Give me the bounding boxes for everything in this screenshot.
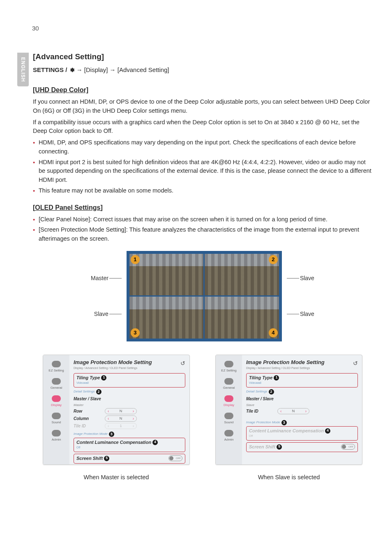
diagram-tile-4: 4 xyxy=(205,297,279,339)
gear-icon xyxy=(69,66,75,76)
sidebar-display-label: Display xyxy=(224,403,234,408)
admin-icon xyxy=(52,430,61,436)
sidebar-item-general[interactable]: General xyxy=(43,376,69,393)
general-icon xyxy=(224,378,233,385)
screen-shift-box[interactable]: Screen Shift 5 OFF xyxy=(74,454,185,464)
tile-id-value: 1 xyxy=(120,423,122,429)
tile-badge-4: 4 xyxy=(269,328,278,337)
sidebar-sound-label: Sound xyxy=(224,420,233,425)
oled-bullet-2: [Screen Protection Mode Setting]: This f… xyxy=(33,225,372,244)
screen-shift-toggle[interactable]: OFF xyxy=(168,455,182,461)
settings-path: SETTINGS / → [Display] → [Advanced Setti… xyxy=(33,65,372,76)
sidebar-item-admin[interactable]: Admin xyxy=(43,427,69,445)
callout-1: 1 xyxy=(101,375,106,381)
settings-panel-slave: EZ Setting General Display Sound Admin ↺… xyxy=(215,355,362,465)
clc-value: Off xyxy=(249,434,355,439)
diagram-master-label: Master xyxy=(91,274,108,283)
display-icon xyxy=(52,395,61,402)
uhd-bullet-1: HDMI, DP, and OPS specifications may var… xyxy=(33,138,372,156)
panel-sidebar: EZ Setting General Display Sound Admin xyxy=(216,355,242,464)
page-number: 30 xyxy=(32,24,39,33)
panel-breadcrumb: Display / Advanced Setting / OLED Panel … xyxy=(246,366,358,371)
tile-badge-2: 2 xyxy=(269,255,278,264)
chevron-left-icon: ‹ xyxy=(108,423,109,429)
callout-5: 5 xyxy=(277,444,282,450)
uhd-bullet-2: HDMI input port 2 is best suited for hig… xyxy=(33,158,372,185)
sidebar-item-sound[interactable]: Sound xyxy=(43,410,69,427)
diagram-tile-3: 3 xyxy=(129,297,204,339)
back-icon[interactable]: ↺ xyxy=(180,359,185,368)
sidebar-sound-label: Sound xyxy=(51,420,61,425)
tiling-type-label: Tiling Type xyxy=(76,374,100,381)
admin-icon xyxy=(224,430,233,436)
tiling-type-label: Tiling Type xyxy=(249,374,272,381)
clc-box[interactable]: Content Luminance Compensation 4 Off xyxy=(74,438,185,452)
content-area: [Advanced Setting] SETTINGS / → [Display… xyxy=(33,51,372,482)
clc-box: Content Luminance Compensation 4 Off xyxy=(246,426,358,441)
tile-id-spinner: ‹1› xyxy=(105,423,137,429)
sound-icon xyxy=(52,413,61,419)
path-advanced: [Advanced Setting] xyxy=(118,66,169,73)
clc-label: Content Luminance Compensation xyxy=(249,427,324,434)
diagram-slave-label-tr: Slave xyxy=(300,274,314,283)
diagram-tile-2: 2 xyxy=(205,254,279,296)
tiling-type-box[interactable]: Tiling Type 1 Videowall xyxy=(74,373,185,388)
detail-settings-label: Detail Settings xyxy=(74,389,95,394)
tile-id-spinner[interactable]: ‹N› xyxy=(277,408,309,414)
column-label: Column xyxy=(74,415,105,422)
callout-2: 2 xyxy=(269,389,274,395)
chevron-right-icon: › xyxy=(133,423,134,429)
sidebar-item-general[interactable]: General xyxy=(216,376,242,393)
chevron-right-icon[interactable]: › xyxy=(133,415,134,422)
uhd-bullet-list: HDMI, DP, and OPS specifications may var… xyxy=(33,138,372,195)
chevron-left-icon[interactable]: ‹ xyxy=(108,408,109,414)
back-icon[interactable]: ↺ xyxy=(353,359,358,368)
sidebar-general-label: General xyxy=(51,385,62,390)
row-spinner[interactable]: ‹N› xyxy=(105,408,137,414)
path-arrow-2: → xyxy=(108,66,117,73)
tiling-type-value: Videowall xyxy=(76,381,182,385)
clc-value: Off xyxy=(76,446,182,450)
master-slave-label: Master / Slave xyxy=(246,396,277,402)
callout-4: 4 xyxy=(152,440,158,445)
general-icon xyxy=(52,378,61,385)
panel-title: Image Protection Mode Setting xyxy=(246,358,358,367)
heading-advanced-setting: [Advanced Setting] xyxy=(33,51,372,63)
sidebar-item-admin[interactable]: Admin xyxy=(216,427,242,445)
ipm-label: Image Protection Mode xyxy=(246,420,280,425)
tile-badge-1: 1 xyxy=(131,255,140,264)
chevron-right-icon[interactable]: › xyxy=(305,408,307,414)
sidebar-ez-label: EZ Setting xyxy=(48,368,64,373)
sidebar-item-display[interactable]: Display xyxy=(216,393,242,410)
sidebar-item-ez[interactable]: EZ Setting xyxy=(216,358,242,376)
sidebar-display-label: Display xyxy=(51,403,62,408)
tile-id-label: Tile ID xyxy=(74,423,105,429)
chevron-left-icon[interactable]: ‹ xyxy=(280,408,281,414)
chevron-right-icon[interactable]: › xyxy=(133,408,134,414)
tile-id-value: N xyxy=(292,408,295,414)
panel-breadcrumb: Display / Advanced Setting / OLED Panel … xyxy=(74,366,185,371)
sidebar-item-display[interactable]: Display xyxy=(43,393,69,410)
panel-sidebar: EZ Setting General Display Sound Admin xyxy=(43,355,69,464)
column-spinner[interactable]: ‹N› xyxy=(105,415,137,422)
diagram-slave-label-left: Slave xyxy=(94,310,108,318)
sidebar-item-sound[interactable]: Sound xyxy=(216,410,242,427)
oled-bullet-list: [Clear Panel Noise]: Correct issues that… xyxy=(33,215,372,244)
heading-oled: [OLED Panel Settings] xyxy=(33,203,372,213)
uhd-bullet-3: This feature may not be available on som… xyxy=(33,186,372,195)
tiling-type-box[interactable]: Tiling Type 1 Videowall xyxy=(246,373,358,388)
sidebar-item-ez[interactable]: EZ Setting xyxy=(43,358,69,376)
callout-5: 5 xyxy=(104,456,109,461)
chevron-left-icon[interactable]: ‹ xyxy=(108,415,109,422)
videowall-diagram: Master Slave 1 2 3 4 Slave Slave xyxy=(33,251,372,341)
oled-bullet-1: [Clear Panel Noise]: Correct issues that… xyxy=(33,215,372,224)
language-tab: ENGLISH xyxy=(17,53,29,86)
diagram-tile-1: 1 xyxy=(129,254,204,296)
tile-badge-3: 3 xyxy=(131,328,140,337)
sidebar-general-label: General xyxy=(223,385,235,390)
master-slave-label: Master / Slave xyxy=(74,396,105,402)
callout-3: 3 xyxy=(281,420,287,425)
tile-id-label: Tile ID xyxy=(246,408,277,414)
master-slave-value: Master xyxy=(74,403,83,408)
path-settings-label: SETTINGS / xyxy=(33,66,69,73)
